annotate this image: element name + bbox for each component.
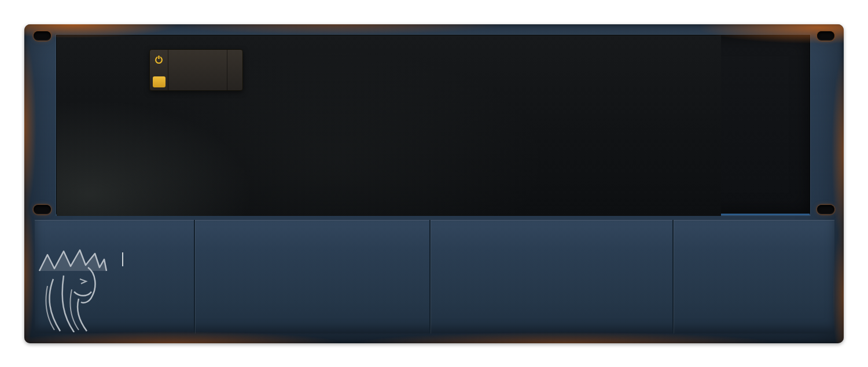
section-divider <box>429 220 431 333</box>
power-icon <box>154 54 164 64</box>
rack-screw-hole <box>817 205 834 214</box>
drive-pointer-mark <box>122 252 123 266</box>
level-meters <box>718 35 811 216</box>
tooltip-button-column <box>150 50 168 90</box>
rack-screw-hole <box>34 31 51 41</box>
poseidon-plugin-window <box>0 0 868 367</box>
poseidon-artwork <box>30 245 134 332</box>
rack-screw-hole <box>34 205 51 214</box>
band-tooltip <box>149 49 243 91</box>
tooltip-close-button[interactable] <box>227 50 242 90</box>
control-panel <box>35 220 834 333</box>
band-power-button[interactable] <box>153 53 165 65</box>
eq-display <box>56 35 810 215</box>
eq-graph[interactable] <box>57 35 721 216</box>
section-divider <box>194 220 195 333</box>
tooltip-values <box>168 50 227 90</box>
band-mute-button[interactable] <box>153 76 165 87</box>
section-divider <box>672 220 674 333</box>
rack-screw-hole <box>817 31 834 41</box>
